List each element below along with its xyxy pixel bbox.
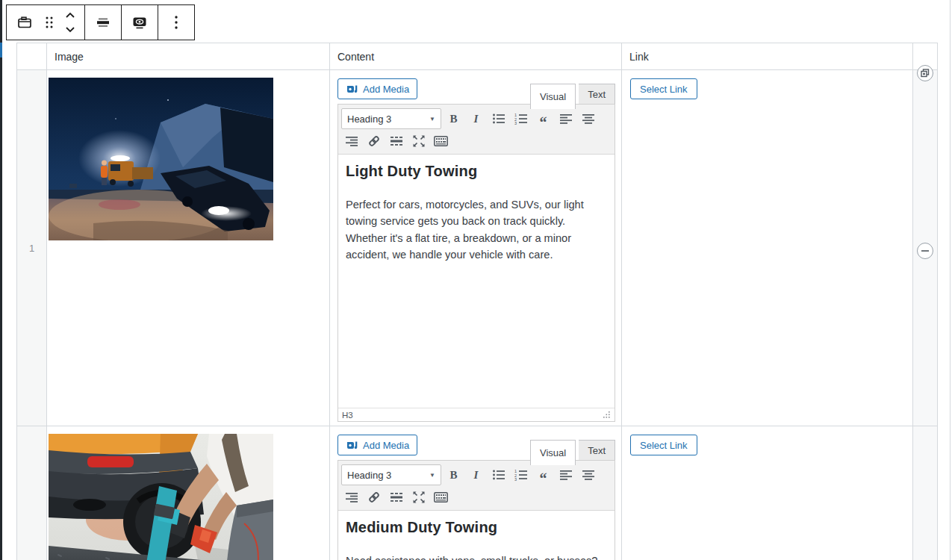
drag-handle-icon [44, 16, 55, 29]
align-left-button[interactable] [556, 466, 576, 485]
content-heading: Light Duty Towing [346, 163, 607, 180]
mce-toolbar: Heading 3 ▼ B I [338, 105, 615, 155]
block-toolbar-group-main [7, 5, 84, 40]
link-cell: Select Link [622, 426, 913, 560]
align-right-button[interactable] [341, 132, 361, 151]
content-cell: Add Media Visual Text Heading 3 ▼ [330, 426, 622, 560]
toolbar-toggle-icon [434, 492, 448, 503]
insert-link-button[interactable] [364, 132, 384, 151]
align-left-button[interactable] [556, 110, 576, 128]
preview-toggle-button[interactable] [125, 7, 155, 37]
align-center-icon [582, 113, 595, 124]
content-paragraph: Need assistance with vans, small trucks,… [346, 553, 607, 560]
content-heading: Medium Duty Towing [346, 519, 607, 536]
block-editor-page: Image Content Link 1 [0, 0, 952, 560]
remove-row-button[interactable] [917, 243, 933, 259]
editor-frame: Heading 3 ▼ B I [337, 104, 615, 422]
duplicate-row-button[interactable] [917, 65, 933, 81]
read-more-button[interactable] [386, 132, 406, 151]
row-order-handle[interactable]: 1 [17, 70, 47, 426]
content-cell: Add Media Visual Text Heading 3 ▼ [330, 70, 622, 426]
toolbar-toggle-icon [434, 136, 448, 146]
numbered-list-button[interactable]: 1 2 3 [511, 110, 531, 128]
block-type-button[interactable] [10, 7, 40, 37]
mce-toolbar-row-2 [341, 486, 612, 508]
options-button[interactable] [161, 7, 191, 37]
move-up-button[interactable] [59, 8, 81, 22]
format-select-value: Heading 3 [347, 113, 391, 125]
editor-tabs: Visual Text [530, 78, 615, 104]
fullscreen-button[interactable] [408, 132, 429, 151]
editor-frame: Heading 3 ▼ B I [337, 460, 615, 560]
insert-link-button[interactable] [364, 488, 384, 507]
row-image-night-towing[interactable] [49, 78, 273, 240]
editor-top-bar: Add Media Visual Text [337, 78, 615, 104]
editor-content-area[interactable]: Medium Duty Towing Need assistance with … [338, 511, 615, 560]
image-cell [47, 426, 330, 560]
media-icon [346, 84, 358, 95]
preview-toggle-icon [131, 14, 148, 31]
block-type-icon [16, 14, 33, 31]
alignment-button[interactable] [88, 7, 118, 37]
row-actions-cell [913, 426, 938, 560]
remove-row-icon [921, 249, 929, 252]
add-media-label: Add Media [363, 84, 409, 95]
row-order-handle[interactable] [17, 426, 47, 560]
add-media-label: Add Media [363, 440, 409, 451]
move-down-icon [65, 26, 75, 33]
read-more-icon [390, 492, 403, 503]
fullscreen-button[interactable] [408, 488, 429, 507]
bullet-list-button[interactable] [488, 110, 508, 128]
header-cell-link: Link [622, 43, 913, 70]
add-media-button[interactable]: Add Media [337, 435, 417, 455]
move-down-button[interactable] [59, 22, 81, 37]
header-cell-content: Content [330, 43, 622, 70]
bold-button[interactable]: B [444, 110, 464, 128]
align-center-button[interactable] [578, 110, 598, 128]
fullscreen-icon [412, 134, 426, 148]
resize-grabber-icon[interactable] [602, 411, 611, 420]
mce-toolbar: Heading 3 ▼ B I [338, 461, 615, 511]
svg-text:3: 3 [514, 477, 517, 481]
element-path: H3 [342, 411, 353, 420]
format-select[interactable]: Heading 3 ▼ [341, 108, 441, 129]
add-media-button[interactable]: Add Media [337, 78, 417, 99]
editor-tabs: Visual Text [530, 435, 615, 460]
select-link-button[interactable]: Select Link [630, 78, 697, 99]
read-more-button[interactable] [386, 488, 406, 507]
bold-button[interactable]: B [444, 466, 464, 485]
blockquote-button[interactable]: “ [533, 110, 553, 128]
align-center-icon [582, 470, 595, 480]
drag-handle[interactable] [40, 7, 59, 37]
toolbar-toggle-button[interactable] [431, 488, 451, 507]
link-icon [367, 491, 381, 504]
numbered-list-button[interactable]: 1 2 3 [511, 466, 531, 485]
chevron-down-icon: ▼ [429, 472, 435, 479]
align-right-button[interactable] [341, 488, 361, 507]
align-right-icon [345, 492, 358, 503]
admin-sidebar-active-marker [0, 43, 2, 57]
duplicate-row-icon [921, 69, 930, 78]
editor-content-area[interactable]: Light Duty Towing Perfect for cars, moto… [338, 155, 615, 408]
link-icon [367, 134, 381, 148]
row-image-strap-loading[interactable] [49, 434, 273, 560]
italic-button[interactable]: I [466, 466, 486, 485]
select-link-button[interactable]: Select Link [630, 435, 697, 455]
editor-top-bar: Add Media Visual Text [337, 435, 615, 460]
tab-text[interactable]: Text [579, 84, 615, 104]
block-toolbar-group-options [158, 5, 194, 40]
tab-visual[interactable]: Visual [530, 440, 576, 465]
bullet-list-button[interactable] [488, 466, 508, 485]
align-center-button[interactable] [578, 466, 598, 485]
format-select-value: Heading 3 [347, 470, 391, 481]
italic-button[interactable]: I [466, 110, 486, 128]
link-cell: Select Link [622, 70, 913, 426]
wysiwyg-editor: Add Media Visual Text Heading 3 ▼ [337, 435, 615, 560]
tab-text[interactable]: Text [579, 440, 615, 460]
format-select[interactable]: Heading 3 ▼ [341, 464, 441, 485]
toolbar-toggle-button[interactable] [431, 132, 451, 151]
blockquote-button[interactable]: “ [533, 466, 553, 485]
canvas-right-border [950, 0, 951, 560]
align-right-icon [345, 136, 358, 146]
tab-visual[interactable]: Visual [530, 84, 576, 109]
